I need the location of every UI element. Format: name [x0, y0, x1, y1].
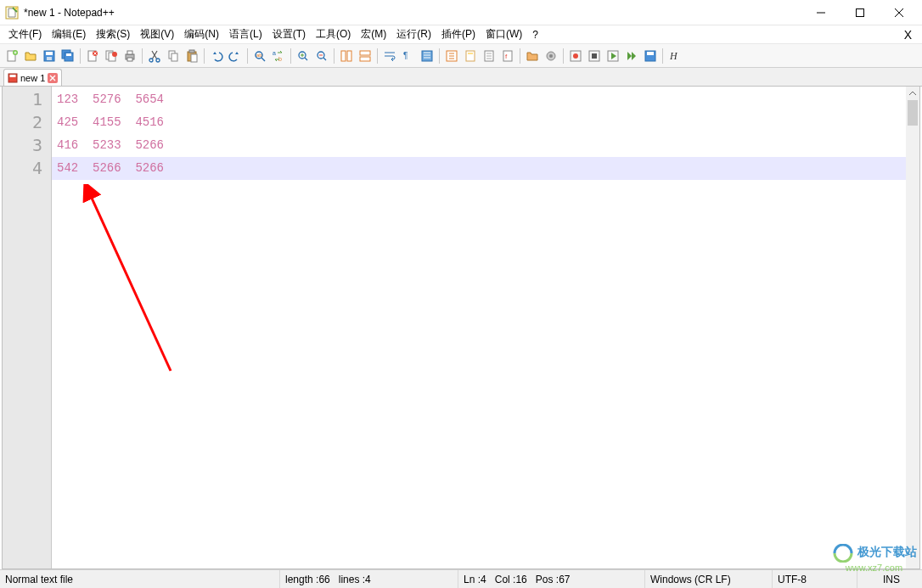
tab-new1[interactable]: new 1 [3, 69, 62, 86]
indent-guide-icon[interactable] [419, 48, 436, 64]
svg-rect-10 [47, 57, 52, 60]
monitor-icon[interactable] [543, 48, 559, 64]
line-number-gutter: 1 2 3 4 [3, 87, 52, 568]
close-button[interactable] [880, 0, 919, 25]
svg-point-23 [156, 59, 160, 62]
menu-run[interactable]: 运行(R) [391, 25, 436, 43]
svg-text:a: a [273, 50, 276, 56]
spellcheck-icon[interactable]: H [666, 48, 683, 64]
wordwrap-icon[interactable] [381, 48, 398, 64]
window-title: *new 1 - Notepad++ [24, 7, 801, 19]
undo-icon[interactable] [208, 48, 225, 64]
statusbar: Normal text file length : 66 lines : 4 L… [0, 569, 922, 588]
scrollbar-thumb[interactable] [908, 100, 918, 126]
menu-settings[interactable]: 设置(T) [267, 25, 311, 43]
tab-modified-icon [8, 73, 18, 83]
text-editor[interactable]: 123 5276 5654 425 4155 4516 416 5233 526… [52, 87, 919, 568]
svg-rect-45 [466, 51, 475, 61]
vertical-scrollbar[interactable] [906, 87, 919, 568]
sync-h-icon[interactable] [357, 48, 374, 64]
play-macro-icon[interactable] [604, 48, 621, 64]
all-chars-icon[interactable]: ¶ [400, 48, 417, 64]
function-list-icon[interactable]: f [499, 48, 516, 64]
sync-v-icon[interactable] [338, 48, 355, 64]
editor-line: 416 5233 5266 [52, 134, 919, 157]
svg-point-51 [549, 54, 553, 58]
svg-text:¶: ¶ [403, 51, 408, 60]
minimize-button[interactable] [801, 0, 840, 25]
svg-line-37 [323, 58, 326, 60]
paste-icon[interactable] [183, 48, 200, 64]
menu-file[interactable]: 文件(F) [3, 25, 47, 43]
menu-help[interactable]: ? [527, 27, 543, 42]
svg-rect-25 [171, 53, 177, 61]
new-file-icon[interactable] [3, 48, 20, 64]
replace-icon[interactable]: ab [270, 48, 287, 64]
open-file-icon[interactable] [22, 48, 39, 64]
svg-point-53 [573, 53, 578, 59]
editor-area: 1 2 3 4 123 5276 5654 425 4155 4516 416 … [2, 87, 920, 569]
tab-close-icon[interactable] [48, 73, 58, 83]
editor-line: 542 5266 5266 [52, 157, 919, 180]
svg-point-1 [15, 7, 18, 9]
menu-edit[interactable]: 编辑(E) [47, 25, 91, 43]
tabbar: new 1 [0, 68, 922, 87]
scroll-up-icon[interactable] [906, 87, 919, 100]
copy-icon[interactable] [165, 48, 182, 64]
play-multi-icon[interactable] [623, 48, 640, 64]
svg-rect-28 [191, 54, 197, 62]
menu-plugins[interactable]: 插件(P) [436, 25, 481, 43]
status-mode[interactable]: INS [857, 570, 922, 588]
record-macro-icon[interactable] [567, 48, 584, 64]
line-number: 2 [3, 111, 42, 134]
close-all-icon[interactable] [103, 48, 120, 64]
save-macro-icon[interactable] [642, 48, 659, 64]
svg-rect-13 [66, 53, 71, 56]
maximize-button[interactable] [840, 0, 880, 25]
line-number: 4 [3, 157, 42, 180]
menu-tools[interactable]: 工具(O) [311, 25, 356, 43]
stop-macro-icon[interactable] [586, 48, 603, 64]
udldefine-icon[interactable] [443, 48, 460, 64]
zoom-in-icon[interactable] [295, 48, 312, 64]
line-number: 3 [3, 134, 42, 157]
svg-point-22 [149, 59, 153, 62]
svg-rect-20 [127, 51, 132, 54]
status-filetype: Normal text file [0, 570, 280, 588]
find-icon[interactable]: ab [251, 48, 268, 64]
menu-encoding[interactable]: 编码(N) [179, 25, 224, 43]
status-eol[interactable]: Windows (CR LF) [645, 570, 773, 588]
svg-line-35 [305, 58, 307, 60]
svg-rect-3 [857, 8, 864, 16]
menu-close-doc[interactable]: X [897, 28, 919, 42]
toolbar-separator [247, 48, 248, 64]
redo-icon[interactable] [227, 48, 244, 64]
save-icon[interactable] [41, 48, 58, 64]
tab-label: new 1 [20, 73, 45, 83]
doc-list-icon[interactable] [481, 48, 498, 64]
svg-rect-41 [360, 57, 370, 61]
menu-window[interactable]: 窗口(W) [481, 25, 527, 43]
svg-line-30 [261, 58, 265, 61]
folder-icon[interactable] [524, 48, 541, 64]
print-icon[interactable] [121, 48, 138, 64]
status-position: Ln : 4 Col : 16 Pos : 67 [458, 570, 645, 588]
menu-view[interactable]: 视图(V) [135, 25, 179, 43]
editor-line: 123 5276 5654 [52, 88, 919, 111]
status-encoding[interactable]: UTF-8 [773, 570, 857, 588]
cut-icon[interactable] [146, 48, 163, 64]
line-number: 1 [3, 88, 42, 111]
window-controls [801, 0, 919, 25]
svg-line-63 [90, 194, 171, 371]
menu-macro[interactable]: 宏(M) [356, 25, 391, 43]
menu-search[interactable]: 搜索(S) [91, 25, 135, 43]
doc-map-icon[interactable] [462, 48, 479, 64]
app-icon [5, 6, 19, 20]
save-all-icon[interactable] [59, 48, 76, 64]
menu-language[interactable]: 语言(L) [224, 25, 267, 43]
close-file-icon[interactable] [84, 48, 101, 64]
svg-text:H: H [669, 50, 678, 62]
svg-rect-9 [46, 52, 53, 55]
zoom-out-icon[interactable] [313, 48, 330, 64]
svg-rect-38 [341, 51, 346, 61]
